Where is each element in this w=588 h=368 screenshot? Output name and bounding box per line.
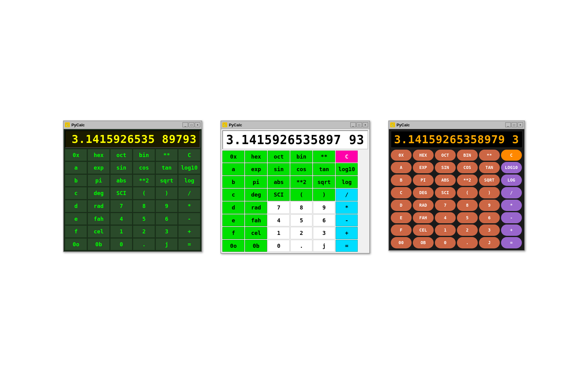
calc1-btn-j[interactable]: j [156,238,178,251]
calc2-btn-a[interactable]: a [222,163,244,175]
calc1-btn-0o[interactable]: 0o [65,238,87,251]
calc2-btn-0x[interactable]: 0x [222,151,244,163]
calc3-btn-dot[interactable]: . [457,237,478,248]
calc3-btn-c-hex[interactable]: C [391,187,412,198]
calc3-btn-oct[interactable]: OCT [435,150,456,161]
calc1-btn-0[interactable]: 0 [110,238,132,251]
calc2-btn-9[interactable]: 9 [313,201,335,214]
calc3-btn-3[interactable]: 3 [479,224,500,236]
minimize-btn-3[interactable]: _ [505,122,511,127]
calc1-btn-rparen[interactable]: ) [156,187,178,199]
calc1-btn-5[interactable]: 5 [133,213,155,225]
calc3-btn-c[interactable]: C [501,150,522,161]
calc2-btn-mul[interactable]: * [336,201,358,214]
calc2-btn-f[interactable]: f [222,227,244,239]
calc3-btn-lparen[interactable]: ( [457,187,478,198]
calc1-btn-pi[interactable]: pi [88,174,110,187]
calc1-btn-3[interactable]: 3 [156,225,178,238]
close-btn-3[interactable]: × [518,122,523,127]
minimize-btn-1[interactable]: _ [183,122,188,127]
calc2-btn-rparen[interactable]: ) [313,189,335,201]
calc3-btn-b[interactable]: B [391,174,412,186]
close-btn-1[interactable]: × [195,122,200,127]
calc2-btn-6[interactable]: 6 [313,214,335,227]
calc1-btn-1[interactable]: 1 [110,225,132,238]
calc1-btn-rad[interactable]: rad [88,200,110,212]
calc1-btn-4[interactable]: 4 [110,213,132,225]
calc3-btn-hex[interactable]: HEX [413,150,434,161]
calc2-btn-hex[interactable]: hex [245,151,267,163]
calc3-btn-tan[interactable]: TAN [479,162,500,173]
calc1-btn-2[interactable]: 2 [133,225,155,238]
calc2-btn-8[interactable]: 8 [290,201,312,214]
calc1-btn-div[interactable]: / [178,187,200,199]
calc3-btn-log[interactable]: LOG [501,174,522,186]
calc1-btn-0b[interactable]: 0b [88,238,110,251]
minimize-btn-2[interactable]: _ [350,122,356,127]
calc2-btn-b[interactable]: b [222,176,244,188]
calc2-btn-minus[interactable]: - [336,214,358,227]
calc1-btn-8[interactable]: 8 [133,200,155,212]
calc2-btn-c[interactable]: C [336,151,358,163]
calc2-btn-deg[interactable]: deg [245,189,267,201]
calc1-btn-eq[interactable]: = [178,238,200,251]
calc2-btn-tan[interactable]: tan [313,163,335,175]
calc2-btn-log[interactable]: log [336,176,358,188]
calc2-btn-sci[interactable]: SCI [268,189,290,201]
calc3-btn-1[interactable]: 1 [435,224,456,236]
calc1-btn-d[interactable]: d [65,200,87,212]
calc2-btn-dot[interactable]: . [290,240,312,252]
calc3-btn-plus[interactable]: + [501,224,522,236]
calc3-btn-eq[interactable]: = [501,237,522,248]
calc3-btn-4[interactable]: 4 [435,212,456,224]
calc1-btn-hex[interactable]: hex [88,149,110,161]
calc2-btn-log10[interactable]: log10 [336,163,358,175]
calc3-btn-deg[interactable]: DEG [413,187,434,198]
calc3-btn-fah[interactable]: FAH [413,212,434,224]
calc2-btn-e[interactable]: e [222,214,244,227]
calc3-btn-ob[interactable]: OB [413,237,434,248]
maximize-btn-1[interactable]: □ [189,122,194,127]
calc3-btn-0[interactable]: 0 [435,237,456,248]
calc2-btn-cos[interactable]: cos [290,163,312,175]
calc2-btn-0o[interactable]: 0o [222,240,244,252]
calc1-btn-mul[interactable]: * [178,200,200,212]
calc1-btn-a[interactable]: a [65,162,87,174]
calc3-btn-pow[interactable]: ** [479,150,500,161]
calc2-btn-rad[interactable]: rad [245,201,267,214]
calc1-btn-lparen[interactable]: ( [133,187,155,199]
calc3-btn-abs[interactable]: ABS [435,174,456,186]
calc2-btn-sqrt[interactable]: sqrt [313,176,335,188]
close-btn-2[interactable]: × [363,122,368,127]
calc2-btn-j[interactable]: j [313,240,335,252]
calc3-btn-6[interactable]: 6 [479,212,500,224]
calc3-btn-0x[interactable]: 0X [391,150,412,161]
calc3-btn-sqrt[interactable]: SQRT [479,174,500,186]
calc2-btn-cel[interactable]: cel [245,227,267,239]
calc3-btn-00[interactable]: 00 [391,237,412,248]
calc1-btn-9[interactable]: 9 [156,200,178,212]
calc3-btn-pi[interactable]: PI [413,174,434,186]
calc2-btn-5[interactable]: 5 [290,214,312,227]
calc2-btn-div[interactable]: / [336,189,358,201]
calc1-btn-c-hex[interactable]: c [65,187,87,199]
calc1-btn-pow[interactable]: ** [156,149,178,161]
calc1-btn-6[interactable]: 6 [156,213,178,225]
calc3-btn-mul[interactable]: * [501,200,522,211]
calc2-btn-exp[interactable]: exp [245,163,267,175]
calc1-btn-cos[interactable]: cos [133,162,155,174]
calc1-btn-c[interactable]: C [178,149,200,161]
calc3-btn-d[interactable]: D [391,200,412,211]
calc2-btn-lparen[interactable]: ( [290,189,312,201]
calc2-btn-sin[interactable]: sin [268,163,290,175]
calc2-btn-sq2[interactable]: **2 [290,176,312,188]
calc1-btn-exp[interactable]: exp [88,162,110,174]
calc1-btn-b[interactable]: b [65,174,87,187]
calc3-btn-sin[interactable]: SIN [435,162,456,173]
calc3-btn-2[interactable]: 2 [457,224,478,236]
calc3-btn-a[interactable]: A [391,162,412,173]
calc1-btn-f[interactable]: f [65,225,87,238]
calc3-btn-9[interactable]: 9 [479,200,500,211]
maximize-btn-3[interactable]: □ [511,122,517,127]
calc1-btn-sin[interactable]: sin [110,162,132,174]
